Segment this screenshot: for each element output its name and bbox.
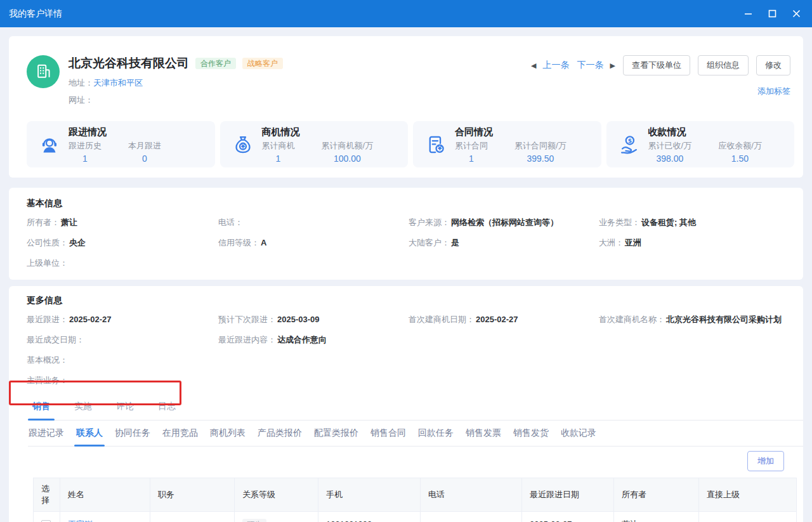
detail-card: 更多信息 最近跟进：2025-02-27 预计下次跟进：2025-03-09 首… <box>9 286 803 522</box>
main-tab-bar: 销售 实施 评论 日志 <box>28 399 803 421</box>
contract-yuan-icon: ¥ <box>425 133 447 156</box>
address-link[interactable]: 天津市和平区 <box>93 78 143 88</box>
metric-label: 累计合同 <box>455 140 488 152</box>
field-credit-rating: 信用等级：A <box>218 238 409 248</box>
page-body: 北京光谷科技有限公司 合作客户 战略客户 地址：天津市和平区 网址： ◀ 上一条… <box>0 27 812 522</box>
stat-cards-row: 跟进情况 跟进历史 1 本月跟进 0 <box>27 121 794 167</box>
field-next-followup: 预计下次跟进：2025-03-09 <box>218 315 409 325</box>
tab-implementation[interactable]: 实施 <box>70 399 96 420</box>
metric-label: 应收余额/万 <box>718 140 762 152</box>
minimize-icon[interactable] <box>738 5 757 23</box>
subtab-sales-contracts[interactable]: 销售合同 <box>370 427 407 446</box>
row-select-checkbox[interactable] <box>41 520 51 522</box>
field-business-type: 业务类型：设备租赁; 其他 <box>599 218 793 228</box>
website-row: 网址： <box>69 95 531 106</box>
metric-value: 1 <box>69 153 102 164</box>
company-name: 北京光谷科技有限公司 <box>69 55 189 72</box>
subtab-opportunity-list[interactable]: 商机列表 <box>209 427 246 446</box>
hand-coin-icon: $ <box>619 133 640 156</box>
metric-label: 累计已收/万 <box>648 140 692 152</box>
subtab-product-quotes[interactable]: 产品类报价 <box>257 427 303 446</box>
field-customer-source: 客户来源：网络检索（招标网站查询等） <box>409 218 599 228</box>
col-last-follow-date: 最近跟进日期 <box>522 478 614 512</box>
cell-phone <box>421 512 522 522</box>
col-phone: 电话 <box>421 478 522 512</box>
subtab-payment-records[interactable]: 收款记录 <box>560 427 597 446</box>
contacts-table: 选择 姓名 职务 关系等级 手机 电话 最近跟进日期 所有者 直接上级 王宝钏 … <box>33 478 797 522</box>
field-first-opportunity-name: 首次建商机名称：北京光谷科技有限公司采购计划 <box>599 315 793 325</box>
money-bag-icon: ¥ <box>232 133 254 156</box>
contact-name-link[interactable]: 王宝钏 <box>68 519 93 522</box>
col-relation-level: 关系等级 <box>235 478 318 512</box>
subtab-config-quotes[interactable]: 配置类报价 <box>313 427 359 446</box>
address-label: 地址： <box>69 78 93 88</box>
stat-card-opportunity: ¥ 商机情况 累计商机 1 累计商机额/万 100.00 <box>220 121 409 167</box>
svg-text:¥: ¥ <box>241 143 245 150</box>
field-basic-overview: 基本概况： <box>27 355 793 365</box>
metric-value: 0 <box>128 153 161 164</box>
field-last-followup: 最近跟进：2025-02-27 <box>27 315 218 325</box>
tab-sales[interactable]: 销售 <box>28 399 55 420</box>
building-icon <box>34 62 53 82</box>
metric-value: 100.00 <box>322 153 374 164</box>
cell-last-follow-date: 2025-02-27 <box>522 512 614 522</box>
col-owner: 所有者 <box>614 478 699 512</box>
org-info-button[interactable]: 组织信息 <box>698 55 749 75</box>
metric-value: 399.50 <box>514 153 566 164</box>
field-parent-unit: 上级单位： <box>27 258 218 268</box>
sub-tab-bar: 跟进记录 联系人 协同任务 在用竞品 商机列表 产品类报价 配置类报价 销售合同… <box>28 421 803 447</box>
stat-title: 商机情况 <box>262 126 402 138</box>
add-contact-button[interactable]: 增加 <box>747 451 784 471</box>
close-icon[interactable] <box>787 5 806 23</box>
subtab-contacts[interactable]: 联系人 <box>75 427 103 446</box>
window-controls <box>738 5 806 23</box>
stat-card-contract: ¥ 合同情况 累计合同 1 累计合同额/万 399.50 <box>413 121 601 167</box>
tab-logs[interactable]: 日志 <box>154 399 180 420</box>
field-phone: 电话： <box>218 218 409 228</box>
metric-label: 本月跟进 <box>128 140 161 152</box>
metric-label: 跟进历史 <box>69 140 102 152</box>
subtab-followup-records[interactable]: 跟进记录 <box>28 427 65 446</box>
maximize-icon[interactable] <box>763 5 782 23</box>
window-title: 我的客户详情 <box>9 8 62 20</box>
table-header-row: 选择 姓名 职务 关系等级 手机 电话 最近跟进日期 所有者 直接上级 <box>34 478 797 512</box>
cell-owner: 萧让 <box>614 512 699 522</box>
field-last-deal-date: 最近成交日期： <box>27 335 218 345</box>
window-titlebar: 我的客户详情 <box>0 0 812 27</box>
stat-title: 合同情况 <box>455 126 595 138</box>
field-mainland-customer: 大陆客户：是 <box>409 238 599 248</box>
subtab-sales-shipments[interactable]: 销售发货 <box>513 427 549 446</box>
table-row: 王宝钏 陌生 1231231232 2025-02-27 萧让 <box>34 512 797 522</box>
next-arrow-icon[interactable]: ▶ <box>610 62 615 70</box>
col-mobile: 手机 <box>318 478 421 512</box>
subtab-collab-tasks[interactable]: 协同任务 <box>114 427 151 446</box>
modify-button[interactable]: 修改 <box>756 55 790 75</box>
tab-comments[interactable]: 评论 <box>112 399 138 420</box>
cell-mobile: 1231231232 <box>318 512 421 522</box>
subtab-collection-tasks[interactable]: 回款任务 <box>417 427 454 446</box>
prev-record-link[interactable]: 上一条 <box>543 60 570 71</box>
stat-title: 收款情况 <box>648 126 789 138</box>
headset-icon <box>39 133 60 156</box>
tag-strategic-customer: 战略客户 <box>242 58 283 69</box>
view-subunits-button[interactable]: 查看下级单位 <box>623 55 690 75</box>
metric-label: 累计商机额/万 <box>322 140 374 152</box>
col-name: 姓名 <box>60 478 150 512</box>
field-continent: 大洲：亚洲 <box>599 238 793 248</box>
cell-job-title <box>150 512 235 522</box>
field-last-followup-content: 最近跟进内容：达成合作意向 <box>218 335 409 345</box>
svg-text:¥: ¥ <box>438 145 442 152</box>
stat-card-followup: 跟进情况 跟进历史 1 本月跟进 0 <box>27 121 215 167</box>
cell-direct-superior <box>699 512 797 522</box>
field-company-nature: 公司性质：央企 <box>27 238 218 248</box>
prev-arrow-icon[interactable]: ◀ <box>531 62 536 70</box>
customer-header-card: 北京光谷科技有限公司 合作客户 战略客户 地址：天津市和平区 网址： ◀ 上一条… <box>9 36 803 178</box>
subtab-sales-invoices[interactable]: 销售发票 <box>465 427 502 446</box>
tag-cooperative-customer: 合作客户 <box>195 58 236 69</box>
add-tag-link[interactable]: 添加标签 <box>757 86 790 96</box>
subtab-competing-products[interactable]: 在用竞品 <box>162 427 199 446</box>
metric-value: 1 <box>455 153 488 164</box>
next-record-link[interactable]: 下一条 <box>577 60 604 71</box>
metric-label: 累计商机 <box>262 140 295 152</box>
metric-value: 398.00 <box>648 153 692 164</box>
